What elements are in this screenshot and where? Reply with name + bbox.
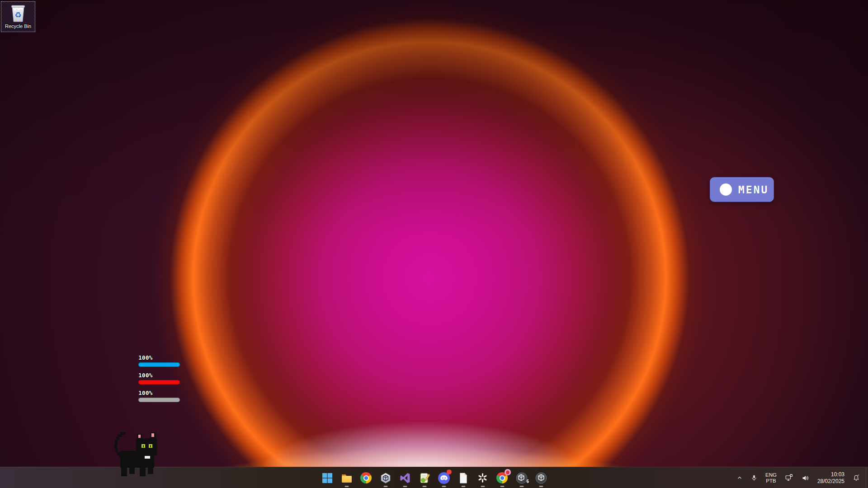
- open-app-indicator: [442, 486, 446, 487]
- chrome-icon: [360, 472, 372, 483]
- unity-icon: [535, 472, 547, 484]
- tray-hidden-icons-chevron[interactable]: [734, 469, 745, 487]
- taskbar-discord[interactable]: [434, 468, 453, 488]
- open-app-indicator: [481, 486, 485, 487]
- tray-microphone[interactable]: [748, 469, 760, 487]
- document-icon: [458, 472, 469, 484]
- unity-version-badge: 6: [526, 479, 529, 484]
- language-secondary: PTB: [766, 478, 776, 484]
- ethernet-network-icon: [784, 474, 793, 482]
- tray-language-switcher[interactable]: ENG PTB: [763, 469, 779, 487]
- stat-misc: 100%: [138, 389, 180, 402]
- svg-text:z: z: [858, 474, 859, 476]
- open-app-indicator: [500, 486, 504, 487]
- open-app-indicator: [344, 486, 349, 487]
- chrome-profile-badge: [505, 469, 511, 475]
- recycle-bin-desktop-icon[interactable]: ♻ Recycle Bin: [1, 1, 35, 32]
- cat-collar-tag: [145, 456, 150, 459]
- language-primary: ENG: [765, 472, 777, 478]
- microphone-icon: [750, 474, 758, 482]
- file-explorer-icon: [341, 472, 353, 484]
- pet-menu-button[interactable]: MENU: [710, 177, 774, 202]
- stat-misc-bar: [138, 398, 180, 402]
- taskbar-visual-studio[interactable]: [395, 468, 415, 488]
- tray-network[interactable]: [782, 469, 796, 487]
- tray-clock[interactable]: 10:03 28/02/2025: [815, 469, 847, 487]
- unity-6-icon: [516, 472, 528, 484]
- notepad-plus-plus-icon: [419, 472, 430, 484]
- open-app-indicator: [422, 486, 426, 487]
- taskbar-unity[interactable]: [531, 468, 551, 488]
- svg-text:♻: ♻: [14, 10, 21, 19]
- stat-health: 100%: [138, 372, 180, 385]
- recycle-bin-label: Recycle Bin: [5, 23, 31, 29]
- system-tray: ENG PTB 10:03 28/02/2025: [734, 467, 868, 488]
- chevron-up-icon: [736, 475, 743, 481]
- unity-hub-icon: [380, 472, 392, 484]
- open-app-indicator: [539, 486, 543, 487]
- taskbar-unity-6[interactable]: 6: [512, 468, 531, 488]
- menu-button-label: MENU: [738, 184, 769, 196]
- stat-health-value: 100%: [138, 372, 180, 379]
- cat-ear-inner: [138, 435, 141, 438]
- open-app-indicator: [403, 486, 407, 487]
- taskbar-notepad-plus-plus[interactable]: [415, 468, 434, 488]
- stat-health-bar: [138, 380, 180, 385]
- open-app-indicator: [461, 486, 465, 487]
- menu-button-dot-icon: [720, 183, 732, 196]
- tray-volume[interactable]: [799, 469, 812, 487]
- taskbar-center-icons: 6: [317, 467, 551, 488]
- visual-studio-icon: [399, 472, 411, 484]
- recycle-bin-icon: ♻: [9, 4, 27, 23]
- show-desktop-strip[interactable]: [866, 467, 868, 488]
- open-app-indicator: [519, 486, 524, 487]
- taskbar-file-explorer[interactable]: [337, 468, 356, 488]
- stat-energy-value: 100%: [138, 354, 180, 361]
- bell-do-not-disturb-icon: z: [852, 474, 860, 482]
- windows-logo-icon: [322, 473, 333, 483]
- wallpaper-sunset-lamp: [0, 0, 868, 488]
- taskbar-chrome-profile[interactable]: [492, 468, 512, 488]
- start-button[interactable]: [317, 468, 337, 488]
- desktop-pet-cat[interactable]: [114, 430, 159, 478]
- tray-time: 10:03: [831, 471, 844, 478]
- pet-stats-hud: 100% 100% 100%: [138, 354, 180, 407]
- open-app-indicator: [383, 486, 387, 487]
- speaker-icon: [801, 474, 810, 482]
- taskbar-chrome[interactable]: [356, 468, 376, 488]
- discord-notification-badge: [447, 469, 452, 474]
- tray-notification-center[interactable]: z: [850, 469, 863, 487]
- taskbar-unity-hub[interactable]: [376, 468, 395, 488]
- taskbar-notepad-document[interactable]: [453, 468, 473, 488]
- stat-misc-value: 100%: [138, 389, 180, 396]
- tray-date: 28/02/2025: [817, 478, 844, 485]
- taskbar-chatgpt[interactable]: [473, 468, 492, 488]
- stat-energy: 100%: [138, 354, 180, 367]
- chatgpt-icon: [477, 472, 488, 483]
- stat-energy-bar: [138, 362, 180, 367]
